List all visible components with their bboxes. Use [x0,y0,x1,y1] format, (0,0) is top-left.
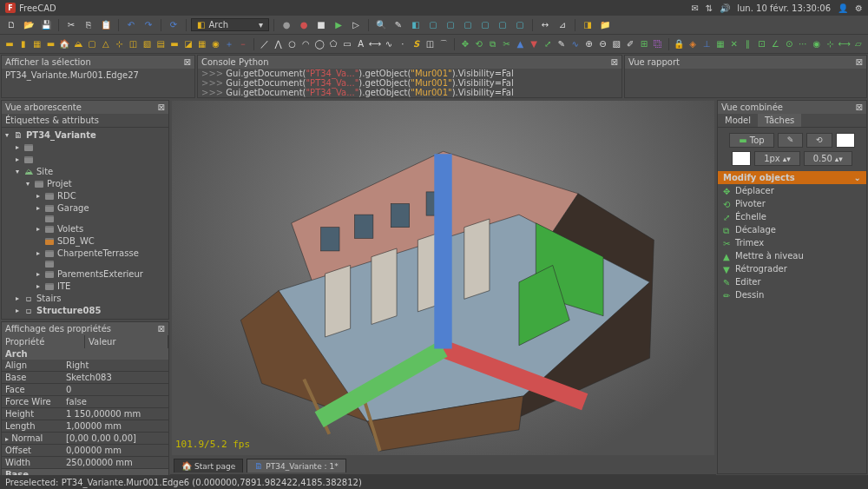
axis-icon[interactable]: ⊹ [114,36,126,52]
tree-node[interactable]: ▸ITE [3,281,167,293]
line-color[interactable] [836,133,855,148]
task-scale[interactable]: ⤢Échelle [718,210,866,223]
snap-dims-icon[interactable]: ⟷ [838,36,851,52]
workbench-selector[interactable]: ◧ Arch ▾ [191,18,269,31]
line-icon[interactable]: ／ [259,36,271,52]
snap-mid-icon[interactable]: ◈ [687,36,699,52]
open-icon[interactable]: 📂 [21,17,36,33]
stairs-icon[interactable]: ▤ [155,36,167,52]
volume-icon[interactable]: 🔊 [720,3,730,13]
snap-near-icon[interactable]: ◉ [811,36,823,52]
facebinder-icon[interactable]: ◫ [424,36,437,52]
measure-dist-icon[interactable]: ↔ [537,17,553,33]
undo-icon[interactable]: ↶ [123,17,139,33]
plane-selector[interactable]: ▬ Top [729,133,774,148]
save-icon[interactable]: 💾 [38,17,54,33]
tree-node[interactable] [3,260,167,268]
trimex-icon[interactable]: ✂ [501,36,513,52]
shape2d-icon[interactable]: ▧ [610,36,622,52]
edit-icon[interactable]: ✎ [556,36,568,52]
snap-center-icon[interactable]: ⊙ [783,36,795,52]
floor-icon[interactable]: ▬ [45,36,57,52]
axes-gizmo[interactable] [172,101,714,455]
downgrade-icon[interactable]: ▼ [528,36,540,52]
property-row[interactable]: ▸ Normal[0,00 0,00 0,00] [2,433,168,445]
rebar-icon[interactable]: ▦ [31,36,43,52]
play-macro-icon[interactable]: ▶ [331,17,346,33]
snap-lock-icon[interactable]: 🔒 [673,36,685,52]
text-icon[interactable]: A [355,36,367,52]
bspline-icon[interactable]: ∿ [383,36,395,52]
tree-node[interactable]: ▸ [3,154,167,166]
space-icon[interactable]: ▧ [141,36,153,52]
part-icon[interactable]: ◨ [580,17,595,33]
snap-wp-icon[interactable]: ▱ [852,36,865,52]
scale-icon[interactable]: ⤢ [542,36,554,52]
panel-arch-icon[interactable]: ▬ [168,36,181,52]
snap-angle-icon[interactable]: ∠ [769,36,781,52]
task-edit[interactable]: ✎Editer [718,275,866,288]
view-front-icon[interactable]: ▢ [425,17,441,33]
tree-node[interactable]: ▸RDC [3,190,167,202]
3d-viewport[interactable]: 101.9/5.2 fps [172,101,714,455]
close-icon[interactable]: ⊠ [856,102,863,112]
draft2sketch-icon[interactable]: ✐ [624,36,636,52]
new-icon[interactable]: 🗋 [3,17,19,33]
console-body[interactable]: >>> Gui.getDocument("PT34_Va...").getObj… [198,69,621,97]
property-row[interactable]: Width250,00000 mm [2,457,168,469]
shapestring-icon[interactable]: S [411,36,423,52]
add-icon[interactable]: ＋ [224,36,236,52]
view-top-icon[interactable]: ▢ [443,17,458,33]
task-draw[interactable]: ✏Dessin [718,288,866,301]
tree-node[interactable]: ▸ParementsExterieur [3,268,167,281]
upgrade-icon[interactable]: ▲ [514,36,526,52]
macro-icon[interactable]: ● [279,17,294,33]
tree-node[interactable]: ▸▫Structure085 [3,305,167,317]
close-icon[interactable]: ⊠ [158,102,165,112]
snap-grid-icon[interactable]: ▦ [714,36,727,52]
frame-icon[interactable]: ▦ [196,36,208,52]
user-icon[interactable]: 👤 [838,3,848,13]
font-size[interactable]: 0.50 ▴▾ [804,151,852,166]
structure-icon[interactable]: ▮ [17,36,30,52]
offset-icon[interactable]: ⧉ [487,36,499,52]
task-upgrade[interactable]: ▲Mettre à niveau [718,249,866,262]
tree-node[interactable]: ▸CharpenteTerrasse [3,248,167,260]
rectangle-icon[interactable]: ▭ [341,36,353,52]
tab-tasks[interactable]: Tâches [758,114,801,127]
task-trim[interactable]: ✂Trimex [718,236,866,249]
bezier-icon[interactable]: ⌒ [437,36,450,52]
snap-parallel-icon[interactable]: ∥ [742,36,754,52]
wire-icon[interactable]: ⋀ [273,36,285,52]
property-row[interactable]: Offset0,00000 mm [2,445,168,457]
draw-style-icon[interactable]: ✎ [391,17,406,33]
ellipse-icon[interactable]: ◯ [313,36,326,52]
snap-ortho-icon[interactable]: ⊹ [825,36,837,52]
array-icon[interactable]: ⊞ [638,36,650,52]
task-rotate[interactable]: ⟲Pivoter [718,197,866,210]
property-row[interactable]: AlignRight [2,360,168,372]
snap-end-icon[interactable]: ⊡ [756,36,768,52]
point-icon[interactable]: · [397,36,409,52]
property-row[interactable]: Length1,00000 mm [2,420,168,433]
task-move[interactable]: ✥Déplacer [718,184,866,197]
property-row[interactable]: BaseSketch083 [2,372,168,384]
tree-node[interactable]: ▾🗎PT34_Variante [3,129,167,142]
close-icon[interactable]: ⊠ [184,57,191,67]
view-right-icon[interactable]: ▢ [460,17,476,33]
tree-body[interactable]: ▾🗎PT34_Variante▸▸▾⛰Site▾Projet▸RDC▸Garag… [2,128,168,319]
section-modify-objects[interactable]: Modify objects ⌄ [718,171,866,184]
view-iso-icon[interactable]: ◧ [408,17,424,33]
record-macro-icon[interactable]: ● [296,17,312,33]
site-icon[interactable]: ⛰ [72,36,84,52]
delpoint-icon[interactable]: ⊖ [596,36,608,52]
tree-node[interactable]: SDB_WC [3,235,167,248]
close-icon[interactable]: ⊠ [158,324,165,334]
viewport-tab[interactable]: 🗎 PT34_Variante : 1* [247,459,345,472]
remove-icon[interactable]: － [237,36,249,52]
view-bottom-icon[interactable]: ▢ [495,17,510,33]
task-offset[interactable]: ⧉Décalage [718,223,866,236]
zoom-fit-icon[interactable]: 🔍 [373,17,389,33]
viewport-tab[interactable]: 🏠 Start page [174,459,243,472]
tree-node[interactable]: ▸Garage [3,202,167,215]
